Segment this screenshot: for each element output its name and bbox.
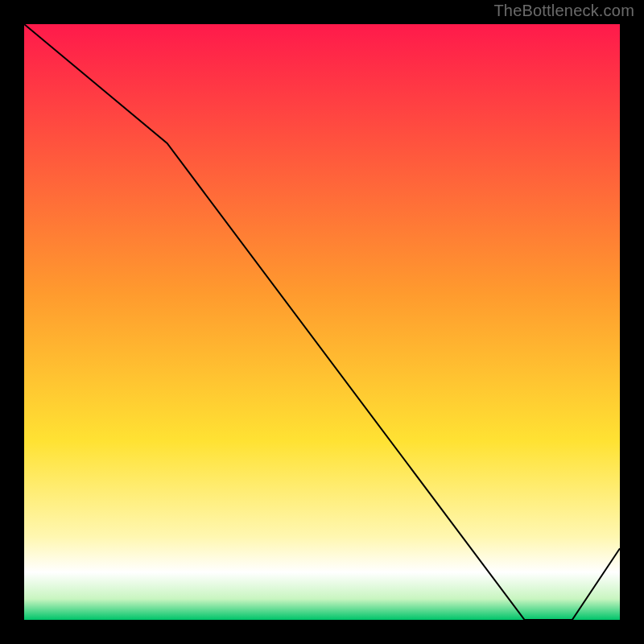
chart-plot-area [24, 24, 620, 620]
chart-background [24, 24, 620, 620]
chart-container: { "attribution": "TheBottleneck.com", "c… [0, 0, 644, 644]
attribution-text: TheBottleneck.com [493, 2, 634, 20]
